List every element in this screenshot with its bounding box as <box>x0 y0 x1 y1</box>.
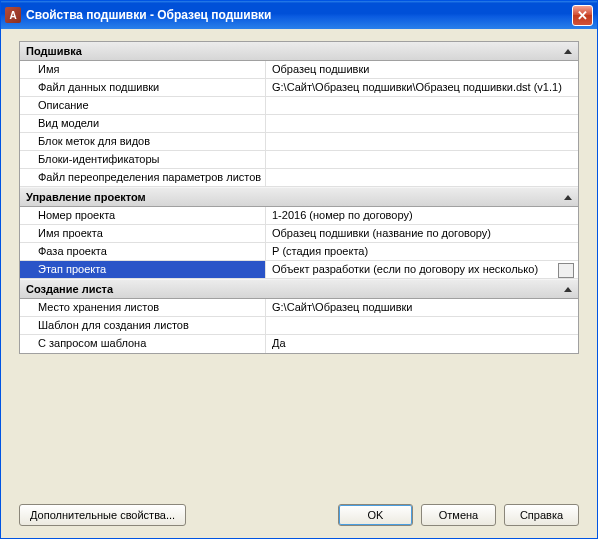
property-label: С запросом шаблона <box>20 335 266 353</box>
property-row[interactable]: Имя проекта Образец подшивки (название п… <box>20 225 578 243</box>
property-label: Номер проекта <box>20 207 266 224</box>
property-label: Имя <box>20 61 266 78</box>
property-row[interactable]: С запросом шаблона Да <box>20 335 578 353</box>
property-row[interactable]: Описание <box>20 97 578 115</box>
property-value[interactable]: Образец подшивки <box>266 61 578 78</box>
property-row[interactable]: Вид модели <box>20 115 578 133</box>
group-header-project[interactable]: Управление проектом <box>20 187 578 207</box>
dialog-window: A Свойства подшивки - Образец подшивки ✕… <box>0 0 598 539</box>
property-value[interactable]: Да <box>266 335 578 353</box>
property-row[interactable]: Файл переопределения параметров листов <box>20 169 578 187</box>
chevron-up-icon <box>564 49 572 54</box>
property-value[interactable] <box>266 169 578 186</box>
property-label: Файл переопределения параметров листов <box>20 169 266 186</box>
group-header-sheet[interactable]: Создание листа <box>20 279 578 299</box>
property-value[interactable]: Объект разработки (если по договору их н… <box>266 261 578 278</box>
dialog-content: Подшивка Имя Образец подшивки Файл данны… <box>1 29 597 538</box>
property-label: Файл данных подшивки <box>20 79 266 96</box>
property-label: Место хранения листов <box>20 299 266 316</box>
property-value[interactable]: G:\Сайт\Образец подшивки\Образец подшивк… <box>266 79 578 96</box>
property-value[interactable] <box>266 317 578 334</box>
property-label: Вид модели <box>20 115 266 132</box>
close-icon[interactable]: ✕ <box>572 5 593 26</box>
property-value[interactable]: Образец подшивки (название по договору) <box>266 225 578 242</box>
property-label: Описание <box>20 97 266 114</box>
property-value[interactable]: G:\Сайт\Образец подшивки <box>266 299 578 316</box>
property-row[interactable]: Блок меток для видов <box>20 133 578 151</box>
group-title: Создание листа <box>26 283 113 295</box>
titlebar: A Свойства подшивки - Образец подшивки ✕ <box>1 1 597 29</box>
window-title: Свойства подшивки - Образец подшивки <box>26 8 572 22</box>
property-value[interactable]: 1-2016 (номер по договору) <box>266 207 578 224</box>
property-value[interactable] <box>266 151 578 168</box>
app-icon: A <box>5 7 21 23</box>
property-row[interactable]: Место хранения листов G:\Сайт\Образец по… <box>20 299 578 317</box>
property-label: Блоки-идентификаторы <box>20 151 266 168</box>
property-row-selected[interactable]: Этап проекта Объект разработки (если по … <box>20 261 578 279</box>
property-row[interactable]: Блоки-идентификаторы <box>20 151 578 169</box>
group-header-podshivka[interactable]: Подшивка <box>20 42 578 61</box>
property-label: Шаблон для создания листов <box>20 317 266 334</box>
property-row[interactable]: Фаза проекта Р (стадия проекта) <box>20 243 578 261</box>
property-row[interactable]: Шаблон для создания листов <box>20 317 578 335</box>
property-label: Фаза проекта <box>20 243 266 260</box>
button-bar: Дополнительные свойства... OK Отмена Спр… <box>19 494 579 538</box>
group-title: Подшивка <box>26 45 82 57</box>
ok-button[interactable]: OK <box>338 504 413 526</box>
property-label: Имя проекта <box>20 225 266 242</box>
property-value[interactable] <box>266 115 578 132</box>
property-row[interactable]: Файл данных подшивки G:\Сайт\Образец под… <box>20 79 578 97</box>
property-value[interactable]: Р (стадия проекта) <box>266 243 578 260</box>
chevron-up-icon <box>564 195 572 200</box>
help-button[interactable]: Справка <box>504 504 579 526</box>
chevron-up-icon <box>564 287 572 292</box>
property-value[interactable] <box>266 97 578 114</box>
group-title: Управление проектом <box>26 191 146 203</box>
property-label: Этап проекта <box>20 261 266 278</box>
cancel-button[interactable]: Отмена <box>421 504 496 526</box>
property-value[interactable] <box>266 133 578 150</box>
additional-properties-button[interactable]: Дополнительные свойства... <box>19 504 186 526</box>
property-row[interactable]: Номер проекта 1-2016 (номер по договору) <box>20 207 578 225</box>
property-row[interactable]: Имя Образец подшивки <box>20 61 578 79</box>
property-label: Блок меток для видов <box>20 133 266 150</box>
property-grid: Подшивка Имя Образец подшивки Файл данны… <box>19 41 579 354</box>
